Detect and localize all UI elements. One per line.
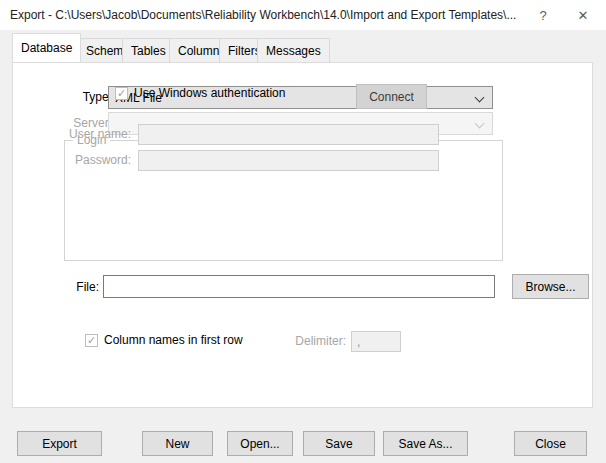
connect-button[interactable]: Connect xyxy=(356,84,427,109)
export-dialog: Export - C:\Users\Jacob\Documents\Reliab… xyxy=(0,0,606,463)
new-button[interactable]: New xyxy=(142,431,213,456)
username-field[interactable] xyxy=(138,124,439,145)
username-label: User name: xyxy=(53,127,131,141)
window-title: Export - C:\Users\Jacob\Documents\Reliab… xyxy=(10,8,516,22)
tab-tables[interactable]: Tables xyxy=(122,38,175,62)
tab-messages[interactable]: Messages xyxy=(257,38,330,62)
chevron-down-icon xyxy=(475,119,485,129)
check-icon: ✓ xyxy=(117,88,126,99)
type-label: Type: xyxy=(40,90,112,104)
save-as-button[interactable]: Save As... xyxy=(383,431,468,456)
close-dialog-button[interactable]: Close xyxy=(514,431,587,456)
help-icon: ? xyxy=(539,8,546,23)
help-button[interactable]: ? xyxy=(526,0,560,30)
close-icon: ✕ xyxy=(578,8,589,23)
password-label: Password: xyxy=(53,153,131,167)
check-icon: ✓ xyxy=(87,335,96,346)
database-tab-page: Type: XML File Server: Login ✓ Use Windo… xyxy=(12,62,593,408)
file-input[interactable] xyxy=(103,275,495,298)
password-field[interactable] xyxy=(138,150,439,171)
save-button[interactable]: Save xyxy=(303,431,375,456)
delimiter-field[interactable] xyxy=(351,331,401,352)
close-button[interactable]: ✕ xyxy=(566,0,600,30)
windows-auth-label: Use Windows authentication xyxy=(134,86,285,100)
column-names-checkbox[interactable]: ✓ xyxy=(85,334,98,347)
browse-button[interactable]: Browse... xyxy=(512,274,589,299)
column-names-label: Column names in first row xyxy=(104,333,243,347)
title-bar: Export - C:\Users\Jacob\Documents\Reliab… xyxy=(0,0,606,30)
tab-database[interactable]: Database xyxy=(12,33,81,62)
open-button[interactable]: Open... xyxy=(227,431,293,456)
windows-auth-checkbox[interactable]: ✓ xyxy=(115,87,128,100)
file-label: File: xyxy=(44,280,99,294)
chevron-down-icon xyxy=(475,93,485,103)
delimiter-label: Delimiter: xyxy=(276,334,346,348)
export-button[interactable]: Export xyxy=(17,431,102,456)
